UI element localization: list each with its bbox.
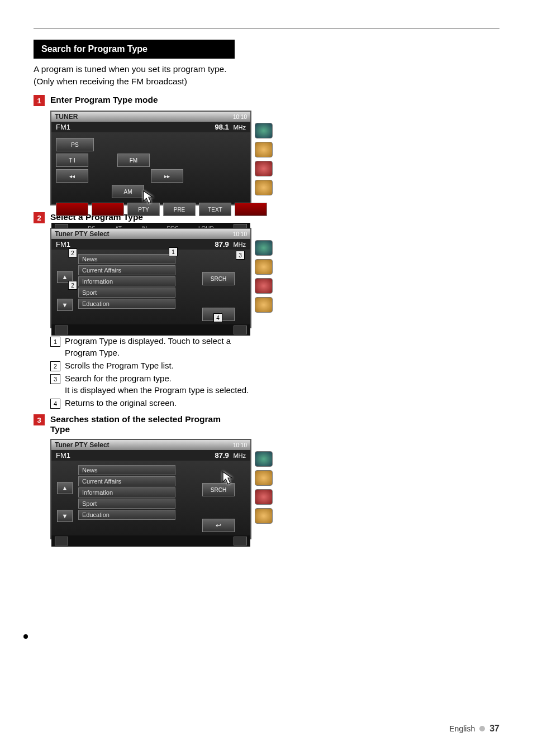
section-intro: A program is tuned when you set its prog… [34, 63, 240, 87]
pty-search-screen: 10:10 Tuner PTY Select FM1 87.9 MHz ▲ ▼ … [50, 439, 251, 539]
side-shortcut-chips-2 [255, 240, 273, 313]
side-chip-3b[interactable] [255, 278, 273, 294]
side-shortcut-chips [255, 123, 273, 195]
step-3-header: 3 Searches station of the selected Progr… [34, 414, 499, 434]
pty-item-education-2[interactable]: Education [78, 510, 175, 520]
side-chip-1[interactable] [255, 123, 273, 138]
bottom-btn-2[interactable] [92, 203, 124, 216]
pty-frequency-unit: MHz [233, 241, 246, 248]
ps-button[interactable]: PS [56, 138, 94, 151]
pty-status-left-icon-2 [55, 537, 68, 546]
frequency-unit: MHz [233, 124, 246, 131]
pty-item-sport[interactable]: Sport [78, 288, 175, 298]
side-chip-3[interactable] [255, 161, 273, 176]
callout-2b: 2 [68, 281, 77, 290]
pty-band-label-2: FM1 [56, 451, 70, 460]
band-label: FM1 [56, 123, 70, 131]
side-chip-3c[interactable] [255, 489, 273, 505]
side-shortcut-chips-3 [255, 451, 273, 524]
ti-button[interactable]: T I [56, 154, 88, 167]
step-3-title: Searches station of the selected Program… [50, 414, 240, 434]
note-4: 4 Returns to the original screen. [50, 397, 263, 409]
tuner-titlebar: TUNER [51, 112, 250, 122]
pty-item-current-affairs[interactable]: Current Affairs [78, 265, 175, 275]
side-chip-2b[interactable] [255, 259, 273, 275]
clock-label: 10:10 [233, 114, 247, 120]
clock-label-2: 10:10 [233, 231, 247, 237]
pty-item-news[interactable]: News [78, 254, 175, 264]
pty-status-right-icon-2 [234, 537, 247, 546]
pty-titlebar: Tuner PTY Select [51, 229, 250, 239]
return-button-2[interactable]: ↩ [202, 519, 235, 532]
pty-item-information-2[interactable]: Information [78, 487, 175, 497]
section-title: Search for Program Type [34, 40, 235, 59]
step-2-number: 2 [34, 212, 45, 223]
note-3: 3 Search for the program type. It is dis… [50, 372, 263, 396]
page-number: 37 [489, 724, 499, 734]
note-num-2: 2 [50, 361, 60, 371]
search-button[interactable]: SRCH [202, 272, 235, 285]
side-chip-2[interactable] [255, 142, 273, 157]
side-chip-4c[interactable] [255, 508, 273, 524]
pty-button[interactable]: PTY [127, 203, 160, 216]
pty-frequency-unit-2: MHz [233, 452, 246, 459]
pty-header: FM1 87.9 MHz [51, 239, 250, 250]
pty-status-bar-2 [51, 535, 250, 547]
pty-item-sport-2[interactable]: Sport [78, 499, 175, 509]
page-footer: English 37 [449, 724, 499, 734]
step-1-number: 1 [34, 95, 45, 106]
step-1-header: 1 Enter Program Type mode [34, 95, 499, 106]
tuner-header: FM1 98.1 MHz [51, 122, 250, 132]
bottom-btn-6[interactable] [235, 203, 267, 216]
pty-item-information[interactable]: Information [78, 276, 175, 286]
fm-button[interactable]: FM [117, 154, 150, 167]
pty-frequency-value: 87.9 [215, 240, 229, 248]
language-label: English [449, 724, 475, 733]
note-2: 2 Scrolls the Program Type list. [50, 360, 263, 371]
bottom-btn-1[interactable] [56, 203, 88, 216]
note-text-4: Returns to the original screen. [65, 397, 177, 409]
pty-status-bar [51, 324, 250, 336]
pty-band-label: FM1 [56, 240, 70, 248]
step-3-number: 3 [34, 414, 45, 425]
seek-prev-button[interactable]: ◂◂ [56, 169, 88, 183]
tuner-screen: 10:10 TUNER FM1 98.1 MHz PS T I FM ◂◂ ▸▸… [50, 111, 251, 205]
note-text-3: Search for the program type. It is displ… [65, 372, 249, 396]
step-1-title: Enter Program Type mode [50, 95, 158, 105]
am-button[interactable]: AM [112, 185, 144, 198]
bullet-marker [23, 634, 28, 639]
pty-frequency-value-2: 87.9 [215, 451, 229, 460]
side-chip-4[interactable] [255, 180, 273, 195]
scroll-down-button[interactable]: ▼ [57, 299, 73, 311]
note-num-4: 4 [50, 399, 60, 409]
note-1: 1 Program Type is displayed. Touch to se… [50, 335, 263, 358]
clock-label-3: 10:10 [233, 442, 247, 448]
callout-1: 1 [169, 247, 178, 256]
pty-status-left-icon [55, 326, 68, 334]
pre-button[interactable]: PRE [163, 203, 196, 216]
pty-item-education[interactable]: Education [78, 299, 175, 309]
side-chip-2c[interactable] [255, 470, 273, 486]
callout-3: 3 [236, 251, 245, 260]
notes-list: 1 Program Type is displayed. Touch to se… [50, 335, 263, 409]
footer-dot-icon [479, 726, 485, 731]
text-button[interactable]: TEXT [199, 203, 231, 216]
side-chip-1b[interactable] [255, 240, 273, 256]
callout-2a: 2 [68, 248, 77, 257]
seek-next-button[interactable]: ▸▸ [151, 169, 183, 183]
note-num-1: 1 [50, 337, 60, 347]
note-text-2: Scrolls the Program Type list. [65, 360, 174, 371]
pty-titlebar-2: Tuner PTY Select [51, 440, 250, 450]
search-button-2[interactable]: SRCH [202, 483, 235, 496]
pty-status-right-icon [234, 326, 247, 334]
pty-item-current-affairs-2[interactable]: Current Affairs [78, 476, 175, 486]
side-chip-1c[interactable] [255, 451, 273, 467]
scroll-down-button-2[interactable]: ▼ [57, 510, 73, 522]
pty-item-news-2[interactable]: News [78, 465, 175, 475]
side-chip-4b[interactable] [255, 297, 273, 313]
scroll-up-button-2[interactable]: ▲ [57, 482, 73, 494]
pty-header-2: FM1 87.9 MHz [51, 450, 250, 461]
callout-4: 4 [213, 313, 222, 322]
frequency-value: 98.1 [215, 123, 229, 131]
note-text-1: Program Type is displayed. Touch to sele… [65, 335, 263, 358]
